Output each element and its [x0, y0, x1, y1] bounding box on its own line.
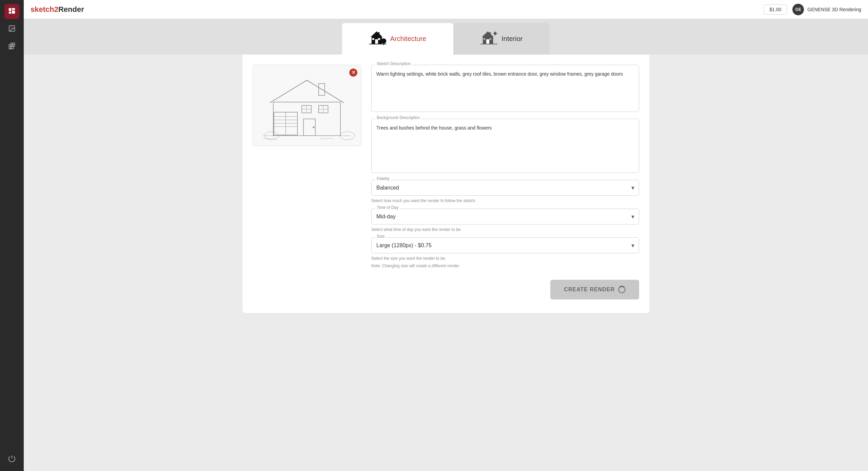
sketch-description-input[interactable] — [371, 65, 639, 112]
time-of-day-select[interactable]: Mid-day Morning Evening Night — [371, 209, 639, 224]
user-name: GENENSE 3D Rendering — [807, 7, 861, 12]
time-of-day-select-wrapper: Mid-day Morning Evening Night ▾ — [371, 209, 639, 224]
sketch-image-box: ✕ — [253, 65, 361, 146]
building-icon — [8, 42, 16, 51]
app-logo: sketch2Render — [31, 5, 84, 14]
svg-marker-13 — [371, 32, 382, 37]
fidelity-select-wrapper: Balanced High Low ▾ — [371, 180, 639, 196]
content-area: Architecture — [24, 19, 868, 471]
form-layout: ✕ Sketch Description Background Descript… — [253, 65, 639, 299]
background-description-group: Background Description — [371, 119, 639, 174]
main-content: sketch2Render $1.00 GE GENENSE 3D Render… — [24, 0, 868, 471]
tab-interior-label: Interior — [501, 35, 522, 43]
svg-rect-16 — [378, 38, 380, 40]
size-hint-2: Note: Changing size will create a differ… — [371, 263, 639, 268]
size-label: Size — [375, 234, 386, 239]
sidebar-item-power[interactable] — [4, 452, 19, 467]
background-description-input[interactable] — [371, 119, 639, 173]
time-of-day-group: Time of Day Mid-day Morning Evening Nigh… — [371, 209, 639, 224]
svg-point-5 — [10, 27, 11, 28]
app-header: sketch2Render $1.00 GE GENENSE 3D Render… — [24, 0, 868, 19]
svg-rect-8 — [10, 46, 11, 47]
svg-rect-1 — [9, 12, 11, 14]
create-render-label: CREATE RENDER — [564, 287, 615, 293]
avatar: GE — [792, 4, 804, 15]
sketch-description-group: Sketch Description — [371, 65, 639, 113]
house-sketch-svg — [253, 65, 361, 146]
background-description-label: Background Description — [375, 115, 421, 120]
fidelity-select[interactable]: Balanced High Low — [371, 180, 639, 196]
svg-rect-17 — [378, 32, 379, 35]
time-of-day-hint: Select what time of day you want the ren… — [371, 227, 639, 232]
sidebar-item-home[interactable] — [4, 4, 19, 19]
architecture-icon — [369, 29, 387, 48]
svg-point-19 — [381, 38, 386, 44]
svg-rect-24 — [487, 39, 490, 44]
bottom-row: CREATE RENDER — [371, 277, 639, 299]
tab-interior[interactable]: Interior — [453, 23, 550, 55]
tab-architecture-label: Architecture — [390, 35, 427, 43]
svg-rect-10 — [12, 44, 13, 45]
fidelity-label: Fidelity — [375, 176, 391, 181]
home-icon — [8, 7, 16, 16]
svg-rect-3 — [12, 11, 15, 14]
logo-render: Render — [58, 5, 84, 14]
svg-rect-15 — [372, 38, 374, 40]
power-icon — [8, 455, 16, 464]
gallery-icon — [8, 25, 16, 34]
fidelity-hint: Select how much you want the render to f… — [371, 198, 639, 203]
sidebar-item-building[interactable] — [4, 39, 19, 54]
header-right: $1.00 GE GENENSE 3D Rendering — [764, 4, 861, 15]
sidebar — [0, 0, 24, 471]
sidebar-item-gallery[interactable] — [4, 22, 19, 37]
size-select-wrapper: Small (640px) - $0.25 Medium (960px) - $… — [371, 237, 639, 253]
create-render-button[interactable]: CREATE RENDER — [550, 280, 639, 299]
logo-two: 2 — [54, 5, 58, 14]
interior-icon — [480, 29, 498, 48]
time-of-day-label: Time of Day — [375, 205, 400, 210]
svg-rect-14 — [375, 39, 378, 44]
remove-sketch-button[interactable]: ✕ — [349, 68, 358, 77]
svg-point-28 — [494, 32, 497, 35]
sketch-description-label: Sketch Description — [375, 61, 412, 66]
svg-rect-27 — [489, 32, 491, 35]
tab-bar: Architecture — [24, 19, 868, 55]
sketch-area: ✕ — [253, 65, 361, 146]
credit-display: $1.00 — [764, 4, 787, 15]
user-info: GE GENENSE 3D Rendering — [792, 4, 861, 15]
form-fields: Sketch Description Background Descriptio… — [371, 65, 639, 299]
svg-marker-23 — [482, 32, 494, 37]
loading-spinner — [618, 286, 626, 293]
size-hint-1: Select the size you want the render to b… — [371, 256, 639, 261]
size-select[interactable]: Small (640px) - $0.25 Medium (960px) - $… — [371, 237, 639, 253]
svg-rect-0 — [9, 8, 11, 11]
svg-rect-11 — [10, 48, 12, 49]
size-group: Size Small (640px) - $0.25 Medium (960px… — [371, 237, 639, 253]
svg-rect-9 — [12, 46, 13, 47]
svg-point-44 — [313, 126, 314, 128]
svg-rect-26 — [489, 38, 491, 40]
svg-rect-2 — [12, 8, 15, 10]
tab-architecture[interactable]: Architecture — [342, 23, 454, 55]
form-wrapper: ✕ Sketch Description Background Descript… — [242, 55, 649, 313]
logo-sketch: sketch — [31, 5, 54, 14]
fidelity-group: Fidelity Balanced High Low ▾ — [371, 180, 639, 196]
svg-rect-25 — [484, 38, 486, 40]
